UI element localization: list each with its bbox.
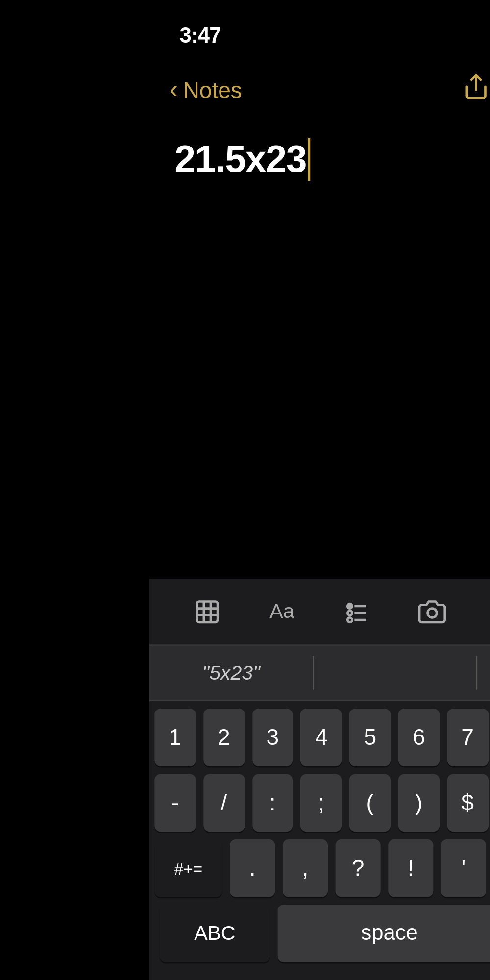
key-semicolon[interactable]: ; (301, 774, 342, 832)
key-7[interactable]: 7 (447, 709, 488, 766)
key-6[interactable]: 6 (398, 709, 440, 766)
autocomplete-suggestion-2[interactable] (313, 646, 476, 700)
keyboard-rows: 1 2 3 4 5 6 7 8 9 0 - / : ; ( ) $ & @ " … (149, 701, 490, 962)
text-cursor (308, 138, 310, 181)
svg-point-10 (348, 617, 352, 622)
key-abc[interactable]: ABC (160, 905, 270, 962)
key-4[interactable]: 4 (301, 709, 342, 766)
nav-bar: ‹ Notes ⊙ Done (149, 63, 490, 123)
status-time: 3:47 (180, 24, 221, 49)
key-dash[interactable]: - (154, 774, 196, 832)
svg-point-6 (348, 604, 352, 608)
key-slash[interactable]: / (203, 774, 245, 832)
share-icon[interactable] (462, 73, 490, 108)
svg-rect-1 (196, 602, 217, 622)
key-exclamation[interactable]: ! (388, 839, 433, 897)
key-5[interactable]: 5 (349, 709, 391, 766)
note-title-text: 21.5x23 (174, 138, 306, 181)
format-text-icon[interactable]: Aa (257, 592, 307, 632)
bottom-row: ABC space return (154, 905, 490, 962)
key-question[interactable]: ? (335, 839, 380, 897)
key-2[interactable]: 2 (203, 709, 245, 766)
key-period[interactable]: . (230, 839, 275, 897)
nav-actions: ⊙ Done (462, 73, 490, 108)
keyboard-container: Aa ✕ "5x23" (149, 579, 490, 980)
keyboard-bottom-util: 🙂 (149, 970, 490, 980)
third-row: #+= . , ? ! ' (154, 839, 490, 897)
key-apostrophe[interactable]: ' (441, 839, 486, 897)
back-button[interactable]: ‹ Notes (170, 76, 242, 104)
markup-icon[interactable] (482, 592, 490, 632)
key-colon[interactable]: : (252, 774, 293, 832)
key-comma[interactable]: , (283, 839, 328, 897)
key-close-paren[interactable]: ) (398, 774, 440, 832)
note-title: 21.5x23 (174, 138, 490, 181)
key-open-paren[interactable]: ( (349, 774, 391, 832)
keyboard-toolbar: Aa ✕ (149, 579, 490, 646)
key-3[interactable]: 3 (252, 709, 293, 766)
chevron-left-icon: ‹ (170, 75, 178, 104)
autocomplete-suggestion-3[interactable] (476, 646, 490, 700)
status-bar: 3:47 5G 71 (149, 0, 490, 63)
suggestion-text-1: "5x23" (202, 662, 260, 684)
camera-icon[interactable] (407, 592, 457, 632)
table-icon[interactable] (182, 592, 232, 632)
key-1[interactable]: 1 (154, 709, 196, 766)
checklist-icon[interactable] (332, 592, 382, 632)
number-row: 1 2 3 4 5 6 7 8 9 0 (154, 709, 490, 766)
svg-point-12 (427, 609, 437, 618)
back-label: Notes (183, 77, 242, 104)
autocomplete-bar: "5x23" (149, 646, 490, 701)
svg-point-8 (348, 611, 352, 615)
autocomplete-suggestion-1[interactable]: "5x23" (149, 646, 313, 700)
key-hashplusequals[interactable]: #+= (154, 839, 222, 897)
key-dollar[interactable]: $ (447, 774, 488, 832)
key-space[interactable]: space (278, 905, 490, 962)
symbol-row: - / : ; ( ) $ & @ " (154, 774, 490, 832)
